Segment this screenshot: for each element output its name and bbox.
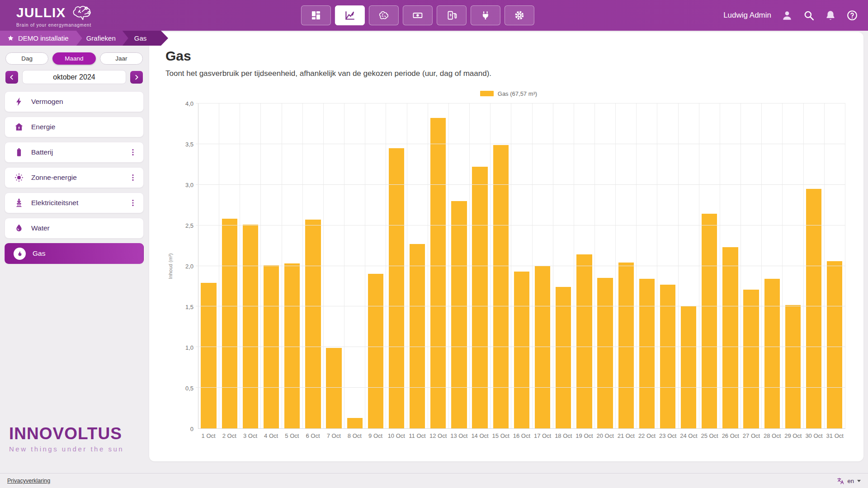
privacy-link[interactable]: Privacyverklaring bbox=[7, 478, 50, 484]
x-tick-label: 24 Oct bbox=[678, 432, 699, 439]
period-tab-dag[interactable]: Dag bbox=[5, 52, 48, 65]
bar-16-oct[interactable] bbox=[514, 272, 529, 428]
sidebar-item-energie[interactable]: Energie bbox=[5, 117, 144, 137]
sidebar-item-vermogen[interactable]: Vermogen bbox=[5, 91, 144, 112]
app-logo[interactable]: JULLIX Brain of your energymanagment bbox=[16, 4, 94, 28]
brand-block: INNOVOLTUS New things under the sun bbox=[9, 424, 124, 453]
bar-9-oct[interactable] bbox=[368, 274, 383, 428]
sidebar-item-batterij[interactable]: Batterij bbox=[5, 142, 144, 163]
prev-month-button[interactable] bbox=[5, 71, 18, 84]
bar-17-oct[interactable] bbox=[535, 266, 550, 429]
home-energy-icon bbox=[14, 122, 24, 132]
date-field[interactable]: oktober 2024 bbox=[22, 70, 126, 84]
x-tick-label: 26 Oct bbox=[720, 432, 741, 439]
search-icon[interactable] bbox=[803, 9, 815, 21]
bar-3-oct[interactable] bbox=[243, 225, 258, 428]
brain-plug-logo-icon bbox=[70, 4, 94, 22]
bar-22-oct[interactable] bbox=[639, 279, 655, 428]
nav-brain-button[interactable] bbox=[369, 5, 399, 25]
bar-24-oct[interactable] bbox=[681, 306, 696, 428]
x-tick-label: 10 Oct bbox=[386, 432, 407, 439]
bar-18-oct[interactable] bbox=[556, 287, 571, 428]
x-tick-label: 25 Oct bbox=[699, 432, 720, 439]
kebab-menu-icon[interactable] bbox=[128, 147, 138, 157]
x-tick-label: 16 Oct bbox=[511, 432, 532, 439]
nav-dashboard-button[interactable] bbox=[301, 5, 331, 25]
period-tab-maand[interactable]: Maand bbox=[52, 52, 95, 65]
x-axis-labels: 1 Oct2 Oct3 Oct4 Oct5 Oct6 Oct7 Oct8 Oct… bbox=[198, 432, 845, 439]
y-tick-label: 2,0 bbox=[185, 263, 193, 270]
user-name: Ludwig Admin bbox=[723, 11, 771, 20]
bar-10-oct[interactable] bbox=[389, 148, 404, 428]
help-icon[interactable] bbox=[846, 9, 858, 21]
bar-15-oct[interactable] bbox=[493, 145, 509, 428]
sidebar-item-water[interactable]: Water bbox=[5, 218, 144, 239]
language-selector[interactable]: en bbox=[837, 477, 861, 485]
charging-station-icon bbox=[446, 10, 457, 21]
sidebar-item-label: Elektriciteitsnet bbox=[31, 199, 78, 207]
nav-settings-button[interactable] bbox=[505, 5, 534, 25]
kebab-menu-icon[interactable] bbox=[128, 173, 138, 183]
battery-icon bbox=[14, 147, 24, 158]
chart-plot-area bbox=[198, 103, 845, 429]
chart-legend[interactable]: Gas (67,57 m³) bbox=[165, 90, 852, 97]
bar-14-oct[interactable] bbox=[472, 167, 487, 428]
y-tick-label: 4,0 bbox=[185, 100, 193, 107]
user-avatar-icon[interactable] bbox=[781, 9, 793, 21]
x-tick-label: 29 Oct bbox=[783, 432, 803, 439]
bar-20-oct[interactable] bbox=[597, 278, 613, 428]
page-subtitle: Toont het gasverbruik per tijdseenheid, … bbox=[165, 69, 852, 78]
nav-charging-station-button[interactable] bbox=[437, 5, 467, 25]
y-axis-labels: 00,51,01,52,02,53,03,54,0 bbox=[175, 103, 198, 429]
breadcrumb-grafieken[interactable]: Grafieken bbox=[75, 31, 128, 46]
x-tick-label: 12 Oct bbox=[428, 432, 448, 439]
bar-13-oct[interactable] bbox=[451, 201, 467, 428]
breadcrumb-installation[interactable]: DEMO installatie bbox=[0, 31, 82, 46]
bar-31-oct[interactable] bbox=[827, 261, 842, 428]
period-tab-jaar[interactable]: Jaar bbox=[100, 52, 143, 65]
kebab-menu-icon[interactable] bbox=[128, 198, 138, 208]
breadcrumb-gas-label: Gas bbox=[134, 34, 147, 42]
bar-29-oct[interactable] bbox=[785, 305, 801, 428]
breadcrumb-grafieken-label: Grafieken bbox=[86, 34, 116, 42]
date-navigator: oktober 2024 bbox=[5, 70, 144, 84]
nav-money-button[interactable] bbox=[403, 5, 433, 25]
sidebar-item-zonne-energie[interactable]: Zonne-energie bbox=[5, 167, 144, 188]
bar-21-oct[interactable] bbox=[618, 263, 634, 428]
bar-19-oct[interactable] bbox=[576, 254, 592, 428]
x-tick-label: 18 Oct bbox=[553, 432, 574, 439]
bar-8-oct[interactable] bbox=[347, 418, 363, 428]
footer: Privacyverklaring en bbox=[0, 473, 868, 488]
sidebar-item-label: Vermogen bbox=[31, 98, 63, 106]
bar-11-oct[interactable] bbox=[410, 244, 425, 428]
bar-7-oct[interactable] bbox=[326, 348, 341, 428]
line-chart-icon bbox=[344, 10, 355, 21]
sidebar-item-gas[interactable]: Gas bbox=[5, 243, 144, 264]
x-tick-label: 17 Oct bbox=[532, 432, 553, 439]
notifications-bell-icon[interactable] bbox=[825, 9, 836, 21]
x-tick-label: 15 Oct bbox=[491, 432, 511, 439]
next-month-button[interactable] bbox=[130, 71, 143, 84]
bar-1-oct[interactable] bbox=[201, 283, 216, 428]
legend-swatch bbox=[480, 91, 494, 96]
sidebar-item-elektriciteitsnet[interactable]: Elektriciteitsnet bbox=[5, 192, 144, 213]
bar-5-oct[interactable] bbox=[284, 263, 300, 428]
sidebar: DagMaandJaar oktober 2024 VermogenEnergi… bbox=[5, 32, 144, 474]
app-logo-title: JULLIX bbox=[16, 6, 66, 19]
bar-25-oct[interactable] bbox=[702, 214, 717, 428]
bar-6-oct[interactable] bbox=[305, 220, 321, 428]
x-tick-label: 4 Oct bbox=[261, 432, 282, 439]
bar-27-oct[interactable] bbox=[743, 290, 759, 428]
main-nav bbox=[301, 5, 534, 25]
sidebar-item-label: Water bbox=[31, 224, 50, 232]
bar-2-oct[interactable] bbox=[222, 219, 237, 428]
bar-12-oct[interactable] bbox=[430, 118, 446, 428]
sun-icon bbox=[14, 172, 24, 183]
bar-26-oct[interactable] bbox=[722, 247, 738, 428]
nav-plug-button[interactable] bbox=[471, 5, 500, 25]
power-tower-icon bbox=[14, 197, 24, 208]
water-drop-icon bbox=[14, 223, 24, 234]
nav-line-chart-button[interactable] bbox=[335, 5, 365, 25]
settings-icon bbox=[514, 10, 525, 21]
bar-28-oct[interactable] bbox=[764, 279, 780, 428]
